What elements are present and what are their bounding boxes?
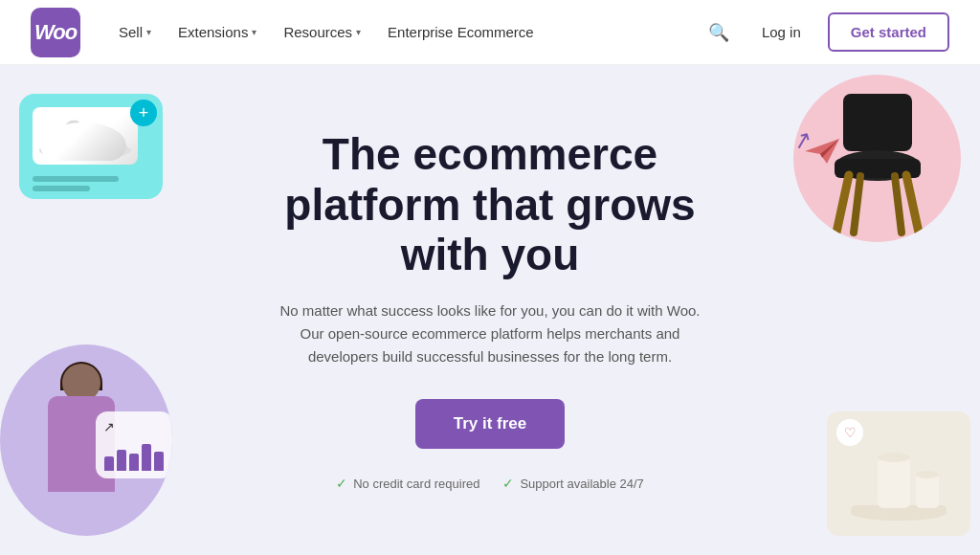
deco-person-circle: ↗ — [0, 344, 172, 536]
badge-1-label: No credit card required — [353, 477, 479, 491]
logo[interactable]: Woo — [31, 8, 80, 57]
badge-no-credit-card: ✓ No credit card required — [336, 476, 479, 491]
login-button[interactable]: Log in — [750, 16, 813, 48]
nav-resources-chevron: ▾ — [356, 27, 361, 37]
nav-item-resources[interactable]: Resources ▾ — [272, 16, 372, 48]
nav-links: Sell ▾ Extensions ▾ Resources ▾ Enterpri… — [107, 16, 702, 48]
hero-content: The ecommerce platform that grows with y… — [241, 129, 739, 492]
deco-lines — [33, 176, 119, 191]
plus-icon: + — [130, 100, 157, 126]
deco-line-1 — [33, 176, 119, 182]
nav-extensions-label: Extensions — [178, 24, 248, 40]
svg-line-4 — [836, 175, 849, 233]
logo-text: Woo — [34, 20, 77, 45]
nav-actions: 🔍 Log in Get started — [702, 12, 949, 52]
deco-chair-card: ↗ — [789, 75, 961, 276]
svg-rect-10 — [878, 455, 910, 508]
nav-extensions-chevron: ▾ — [252, 27, 256, 37]
nav-item-extensions[interactable]: Extensions ▾ — [167, 16, 268, 48]
bar-5 — [154, 452, 164, 471]
svg-rect-1 — [843, 94, 912, 151]
logo-box: Woo — [31, 8, 80, 57]
get-started-button[interactable]: Get started — [828, 12, 949, 52]
deco-line-2 — [33, 186, 90, 191]
check-icon-2: ✓ — [502, 476, 514, 491]
candles-display — [841, 436, 956, 526]
cta-wrapper: Try it free — [241, 399, 739, 468]
svg-line-6 — [854, 176, 860, 233]
nav-resources-label: Resources — [283, 24, 352, 40]
hero-description: No matter what success looks like for yo… — [279, 300, 701, 368]
bar-1 — [104, 456, 114, 471]
search-icon: 🔍 — [708, 23, 729, 42]
svg-point-12 — [878, 453, 910, 462]
deco-product-card: ♡ — [827, 411, 970, 536]
navbar: Woo Sell ▾ Extensions ▾ Resources ▾ Ente… — [0, 0, 980, 65]
svg-line-5 — [906, 175, 919, 233]
bar-3 — [129, 454, 139, 471]
paper-plane-icon — [803, 137, 841, 166]
badge-2-label: Support available 24/7 — [520, 477, 643, 491]
try-free-button[interactable]: Try it free — [415, 399, 566, 449]
nav-item-sell[interactable]: Sell ▾ — [107, 16, 163, 48]
trend-arrow: ↗ — [103, 419, 115, 434]
bar-2 — [117, 450, 126, 471]
bar-4 — [142, 444, 151, 471]
candles-svg — [841, 436, 956, 522]
shoe-image — [33, 107, 138, 165]
heart-icon: ♡ — [836, 419, 863, 446]
svg-point-13 — [916, 471, 939, 478]
badge-support: ✓ Support available 24/7 — [502, 476, 643, 491]
check-icon-1: ✓ — [336, 476, 347, 491]
nav-sell-chevron: ▾ — [146, 27, 151, 37]
hero-section: + ↗ — [0, 65, 980, 555]
chart-bubble: ↗ — [96, 411, 172, 478]
nav-sell-label: Sell — [119, 24, 143, 40]
hero-title: The ecommerce platform that grows with y… — [241, 129, 739, 281]
search-button[interactable]: 🔍 — [702, 16, 735, 49]
chart-bars — [104, 439, 164, 471]
svg-line-7 — [895, 176, 902, 233]
trust-badges: ✓ No credit card required ✓ Support avai… — [241, 476, 739, 491]
nav-item-enterprise[interactable]: Enterprise Ecommerce — [376, 16, 546, 48]
deco-sneaker-card: + — [19, 94, 163, 199]
